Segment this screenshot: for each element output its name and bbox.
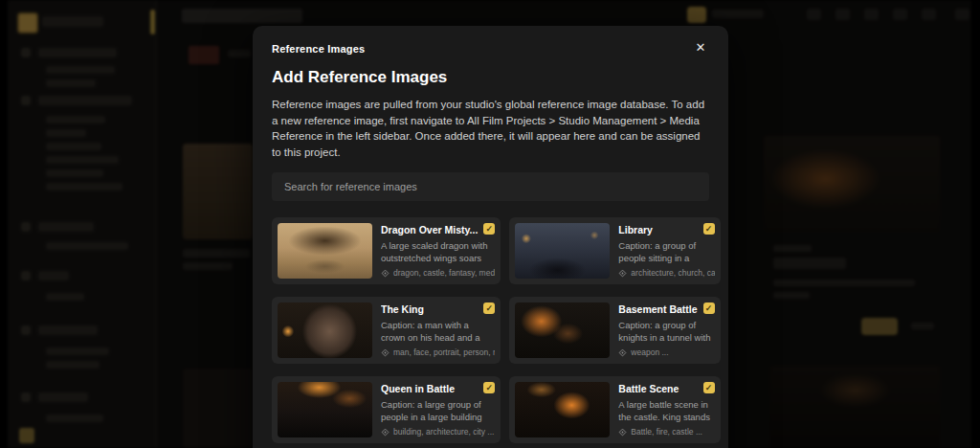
tag-icon	[618, 269, 627, 278]
card-body: Dragon Over Misty... ✓ A large scaled dr…	[381, 223, 495, 279]
modal-description: Reference images are pulled from your st…	[272, 97, 709, 160]
card-tags: dragon, castle, fantasy, medie ...	[381, 268, 495, 278]
search-input[interactable]	[272, 172, 709, 201]
card-thumbnail	[515, 382, 610, 437]
reference-card[interactable]: Dragon Over Misty... ✓ A large scaled dr…	[272, 217, 501, 284]
tag-icon	[381, 428, 390, 437]
card-checkbox[interactable]: ✓	[483, 223, 495, 235]
card-tags: building, architecture, city ...	[381, 427, 495, 437]
card-checkbox[interactable]: ✓	[703, 382, 715, 393]
card-title: Basement Battle	[618, 303, 714, 315]
close-icon[interactable]: ✕	[692, 39, 709, 56]
card-tag-text: dragon, castle, fantasy, medie ...	[393, 268, 495, 278]
card-tag-text: architecture, church, cathedra ...	[631, 268, 714, 278]
card-body: Battle Scene ✓ A large battle scene in t…	[618, 382, 714, 437]
card-caption: A large scaled dragon with outstretched …	[381, 240, 495, 264]
card-checkbox[interactable]: ✓	[483, 302, 495, 314]
tag-icon	[618, 348, 627, 357]
card-title: The King	[381, 303, 495, 315]
card-tag-text: building, architecture, city ...	[393, 427, 494, 437]
card-body: Queen in Battle ✓ Caption: a large group…	[381, 382, 495, 437]
reference-card[interactable]: Battle Scene ✓ A large battle scene in t…	[509, 376, 720, 443]
card-tags: architecture, church, cathedra ...	[618, 268, 714, 278]
reference-card[interactable]: Library ✓ Caption: a group of people sit…	[509, 217, 720, 284]
card-thumbnail	[515, 223, 610, 279]
add-reference-images-modal: Reference Images ✕ Add Reference Images …	[253, 26, 728, 448]
card-thumbnail	[515, 302, 610, 358]
card-caption: A large battle scene in the castle. King…	[618, 399, 714, 423]
card-thumbnail	[278, 302, 372, 358]
card-title: Queen in Battle	[381, 383, 495, 394]
card-title: Battle Scene	[618, 383, 714, 394]
reference-card[interactable]: Basement Battle ✓ Caption: a group of kn…	[509, 297, 720, 364]
modal-eyebrow: Reference Images	[272, 43, 709, 55]
card-tag-text: weapon ...	[631, 347, 668, 357]
card-thumbnail	[278, 223, 372, 279]
card-thumbnail	[278, 382, 372, 437]
card-checkbox[interactable]: ✓	[703, 302, 715, 314]
card-tag-text: man, face, portrait, person, m ...	[393, 347, 495, 357]
card-tags: Battle, fire, castle ...	[618, 427, 714, 437]
reference-card-grid: Dragon Over Misty... ✓ A large scaled dr…	[272, 217, 709, 448]
card-caption: Caption: a man with a crown on his head …	[381, 320, 495, 344]
card-caption: Caption: a large group of people in a la…	[381, 399, 495, 423]
reference-card[interactable]: The King ✓ Caption: a man with a crown o…	[272, 297, 501, 364]
card-caption: Caption: a group of knights in a tunnel …	[618, 320, 714, 344]
tag-icon	[618, 428, 627, 437]
card-body: The King ✓ Caption: a man with a crown o…	[381, 302, 495, 358]
card-title: Dragon Over Misty...	[381, 224, 495, 235]
card-checkbox[interactable]: ✓	[703, 223, 715, 235]
card-body: Basement Battle ✓ Caption: a group of kn…	[618, 302, 714, 358]
tag-icon	[381, 269, 390, 278]
card-tags: man, face, portrait, person, m ...	[381, 347, 495, 357]
modal-title: Add Reference Images	[272, 68, 709, 87]
reference-card[interactable]: Queen in Battle ✓ Caption: a large group…	[272, 376, 501, 443]
card-tags: weapon ...	[618, 347, 714, 357]
card-checkbox[interactable]: ✓	[483, 382, 495, 393]
tag-icon	[381, 348, 390, 357]
card-title: Library	[618, 224, 714, 235]
card-body: Library ✓ Caption: a group of people sit…	[618, 223, 714, 279]
card-caption: Caption: a group of people sitting in a …	[618, 240, 714, 264]
card-tag-text: Battle, fire, castle ...	[631, 427, 702, 437]
